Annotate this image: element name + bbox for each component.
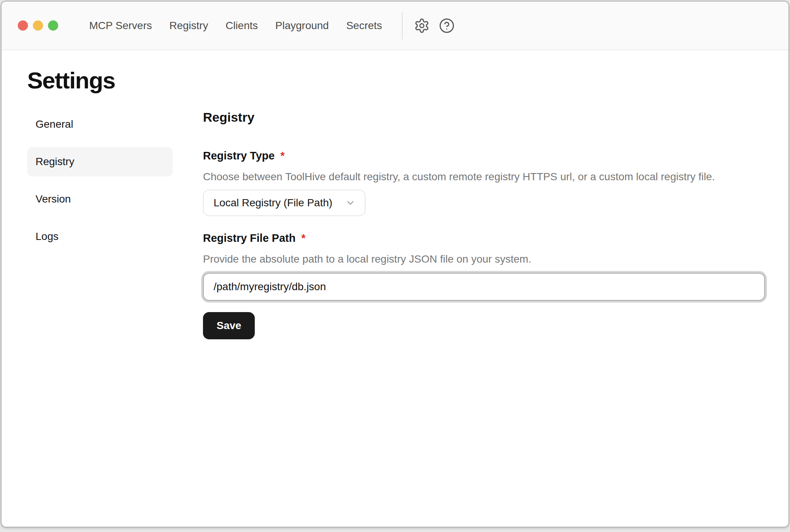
nav-item-clients[interactable]: Clients — [226, 20, 258, 32]
page-title: Settings — [27, 67, 788, 94]
titlebar-divider — [402, 12, 403, 39]
required-asterisk: * — [301, 232, 305, 244]
sidebar-item-logs[interactable]: Logs — [27, 222, 173, 251]
help-button[interactable] — [439, 18, 455, 34]
registry-file-path-input[interactable] — [203, 273, 765, 301]
save-button[interactable]: Save — [203, 312, 255, 339]
window-controls — [18, 20, 58, 31]
required-asterisk: * — [280, 150, 285, 162]
sidebar-item-version[interactable]: Version — [27, 184, 173, 214]
registry-file-path-description: Provide the absolute path to a local reg… — [203, 252, 765, 266]
sidebar-item-label: Registry — [36, 156, 74, 168]
registry-type-label-row: Registry Type * — [203, 149, 765, 162]
sidebar-item-label: General — [36, 118, 73, 130]
content-heading: Registry — [203, 110, 765, 125]
sidebar-item-general[interactable]: General — [27, 110, 173, 139]
settings-button[interactable] — [414, 18, 430, 34]
minimize-window-button[interactable] — [33, 20, 43, 31]
nav-item-registry[interactable]: Registry — [169, 20, 208, 32]
settings-page: Settings General Registry Version Logs R… — [2, 67, 788, 339]
registry-file-path-label-row: Registry File Path * — [203, 231, 765, 245]
nav-item-mcp-servers[interactable]: MCP Servers — [89, 20, 152, 32]
sidebar-item-label: Logs — [36, 230, 59, 243]
nav-item-secrets[interactable]: Secrets — [346, 20, 382, 32]
titlebar: MCP Servers Registry Clients Playground … — [2, 2, 788, 50]
registry-type-selected-value: Local Registry (File Path) — [214, 197, 332, 209]
main-nav: MCP Servers Registry Clients Playground … — [89, 20, 382, 32]
sidebar-item-registry[interactable]: Registry — [27, 147, 173, 176]
registry-type-description: Choose between ToolHive default registry… — [203, 170, 765, 184]
help-icon — [439, 18, 455, 34]
settings-sidebar: General Registry Version Logs — [27, 110, 173, 259]
close-window-button[interactable] — [18, 20, 28, 31]
app-window: MCP Servers Registry Clients Playground … — [1, 1, 789, 527]
registry-file-path-label: Registry File Path — [203, 231, 296, 245]
settings-gear-icon — [414, 18, 430, 34]
maximize-window-button[interactable] — [48, 20, 58, 31]
registry-type-select[interactable]: Local Registry (File Path) — [203, 190, 366, 216]
sidebar-item-label: Version — [36, 193, 71, 205]
registry-settings-panel: Registry Registry Type * Choose between … — [203, 110, 765, 339]
registry-type-label: Registry Type — [203, 149, 275, 162]
chevron-down-icon — [345, 198, 356, 208]
nav-item-playground[interactable]: Playground — [275, 20, 329, 32]
